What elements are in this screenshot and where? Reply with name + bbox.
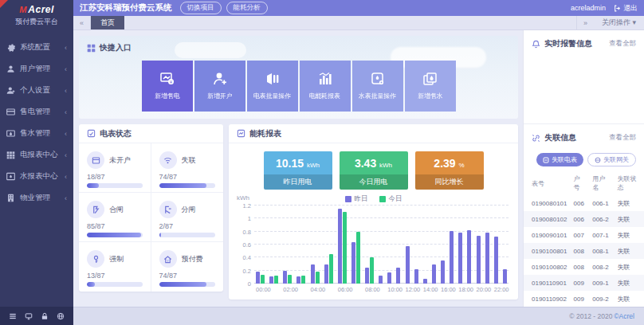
energy-analysis-button[interactable]: 能耗分析 (226, 2, 268, 14)
chart-bar-group[interactable] (351, 206, 360, 284)
chart-bar[interactable] (503, 269, 507, 284)
new-sell-water-button[interactable]: 新增售水 (405, 61, 456, 112)
chart-bar[interactable] (288, 275, 292, 284)
sidebar-item-water-sale[interactable]: 售水管理 ‹ (0, 123, 73, 144)
chart-bar[interactable] (311, 264, 315, 284)
status-cell-switch-off[interactable]: 分闸 2/87 (151, 193, 224, 242)
switch-project-button[interactable]: 切换项目 (180, 2, 222, 14)
chart-bar[interactable] (494, 237, 498, 284)
chart-bar[interactable] (441, 260, 445, 284)
logo[interactable]: M Acrel 预付费云平台 (0, 0, 73, 30)
chart-bar-group[interactable] (379, 206, 383, 284)
sidebar-item-electric-sale[interactable]: 售电管理 ‹ (0, 101, 73, 123)
chart-bar-group[interactable]: 16:00 (441, 206, 445, 284)
chart-bar-group[interactable] (485, 206, 489, 284)
chart-bar[interactable] (423, 279, 427, 284)
chart-bar[interactable] (329, 254, 333, 284)
water-meter-batch-button[interactable]: 水表批量操作 (352, 61, 403, 112)
chart-bar-group[interactable]: 12:00 (406, 206, 410, 284)
tabs-scroll-right-icon[interactable]: » (576, 16, 594, 29)
chart-bar[interactable] (356, 232, 360, 284)
chart-bar[interactable] (343, 212, 347, 284)
chart-bar-group[interactable] (467, 206, 471, 284)
chart-bar[interactable] (406, 246, 410, 284)
sidebar-item-system-config[interactable]: 系统配置 ‹ (0, 37, 73, 58)
chart-bar-group[interactable]: 22:00 (494, 206, 498, 284)
status-cell-no-account[interactable]: 未开户 18/87 (79, 143, 151, 193)
chart-bar-group[interactable] (503, 206, 507, 284)
chart-bar-group[interactable] (296, 206, 305, 284)
close-operations-dropdown[interactable]: 关闭操作 ▾ (594, 16, 644, 29)
chart-bar[interactable] (274, 276, 278, 284)
tab-home[interactable]: 首页 (91, 16, 124, 29)
chart-bar-group[interactable]: 08:00 (365, 206, 374, 284)
username[interactable]: acreladmin (571, 4, 606, 12)
table-row[interactable]: 0190110901009009-1失联 (524, 275, 644, 291)
status-cell-offline[interactable]: 失联 74/87 (151, 143, 224, 193)
monitor-icon[interactable] (25, 312, 33, 320)
sidebar-item-personal-settings[interactable]: 个人设置 ‹ (0, 80, 73, 101)
chart-bar[interactable] (261, 275, 265, 284)
lock-icon[interactable] (41, 312, 49, 320)
table-row[interactable]: 0190110902009009-2失联 (524, 291, 644, 307)
status-cell-prepaid[interactable]: ¥ 预付费 74/87 (151, 242, 224, 292)
chart-bar[interactable] (301, 276, 305, 284)
chart-bar-group[interactable]: 04:00 (311, 206, 320, 284)
acrel-footer-link[interactable]: ©Acrel (614, 312, 634, 320)
chart-bar[interactable] (379, 276, 383, 284)
chart-bar[interactable] (370, 257, 374, 284)
lost-gateway-tab[interactable]: 失联网关 (587, 153, 636, 166)
legend-item[interactable]: 昨日 (345, 194, 368, 204)
chart-bar[interactable] (477, 236, 481, 284)
new-sell-electric-button[interactable]: ¥ 新增售电 (142, 61, 193, 112)
table-row[interactable]: 0190080101006006-1失联 (524, 195, 644, 211)
sidebar-item-electric-report-center[interactable]: 电报表中心 ‹ (0, 144, 73, 166)
chart-bar-group[interactable] (450, 206, 454, 284)
logout-button[interactable]: 退出 (614, 3, 638, 14)
chart-bar[interactable] (458, 233, 462, 284)
energy-report-button[interactable]: 电能耗报表 (300, 61, 351, 112)
chart-bar[interactable] (467, 230, 471, 284)
tabs-scroll-left-icon[interactable]: « (73, 16, 91, 29)
chart-bar-group[interactable] (432, 206, 436, 284)
chart-bar-group[interactable]: 20:00 (477, 206, 481, 284)
sidebar-item-user-management[interactable]: 用户管理 ‹ (0, 58, 73, 80)
chart-bar[interactable] (296, 276, 300, 284)
chart-bar[interactable] (432, 264, 436, 284)
chart-bar[interactable] (396, 268, 400, 284)
status-cell-switch-on[interactable]: 合闸 85/87 (79, 193, 151, 242)
chart-bar[interactable] (316, 272, 320, 284)
new-account-button[interactable]: 新增开户 (194, 61, 245, 112)
chart-bar[interactable] (414, 269, 418, 284)
chart-bar[interactable] (338, 209, 342, 284)
chart-bar-group[interactable] (269, 206, 278, 284)
globe-icon[interactable] (57, 312, 65, 320)
chart-bar-group[interactable]: 18:00 (458, 206, 462, 284)
chart-legend[interactable]: 昨日今日 (345, 194, 402, 204)
table-row[interactable]: 0190100802008008-2失联 (524, 259, 644, 275)
sidebar-item-property-management[interactable]: 物业管理 ‹ (0, 187, 73, 209)
lost-meter-tab[interactable]: 失联电表 (536, 153, 583, 166)
chart-bar-group[interactable]: 10:00 (387, 206, 391, 284)
table-row[interactable]: 0190100801008008-1失联 (524, 243, 644, 259)
chart-bar[interactable] (351, 242, 355, 284)
chart-bar-group[interactable]: 06:00 (338, 206, 347, 284)
chart-bar[interactable] (324, 264, 328, 284)
chart-bar-group[interactable] (324, 206, 333, 284)
legend-item[interactable]: 今日 (379, 194, 402, 204)
chart-bar-group[interactable]: 02:00 (283, 206, 292, 284)
chart-bar[interactable] (485, 233, 489, 284)
alarm-view-all-link[interactable]: 查看全部 (609, 39, 636, 49)
chart-bar-group[interactable] (396, 206, 400, 284)
chart-bar[interactable] (365, 268, 369, 284)
chart-bar[interactable] (283, 271, 287, 284)
chart-bar-group[interactable] (414, 206, 418, 284)
table-row[interactable]: 0190090101007007-1失联 (524, 227, 644, 243)
status-cell-forced[interactable]: 强制 13/87 (79, 242, 151, 292)
chart-bar[interactable] (269, 276, 273, 284)
sidebar-item-water-report-center[interactable]: 水报表中心 ‹ (0, 166, 73, 187)
chart-bar-group[interactable]: 00:00 (256, 206, 265, 284)
chart-bar[interactable] (450, 231, 454, 284)
chart-bar[interactable] (256, 272, 260, 284)
chart-bar-group[interactable]: 14:00 (423, 206, 427, 284)
